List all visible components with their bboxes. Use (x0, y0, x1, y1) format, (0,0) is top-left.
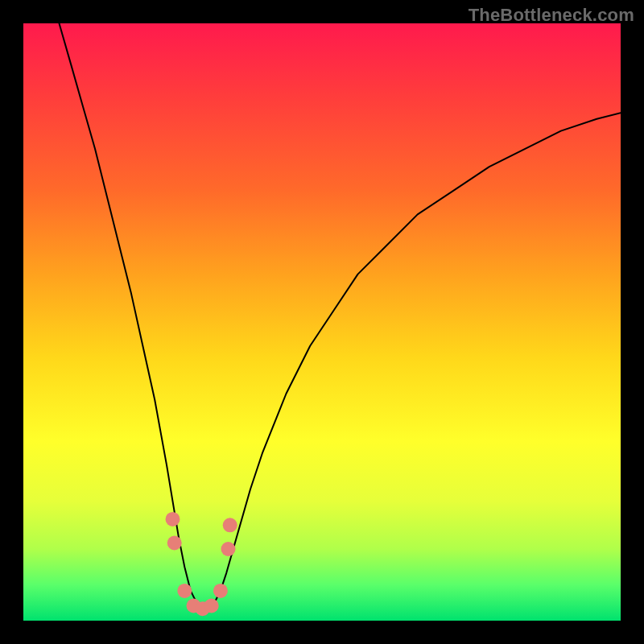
highlight-dot (221, 542, 236, 556)
highlight-dot (213, 584, 228, 598)
watermark-text: TheBottleneck.com (469, 5, 634, 26)
highlight-dots (166, 512, 237, 616)
highlight-dot (204, 599, 219, 613)
bottleneck-curve (60, 23, 621, 609)
chart-frame: TheBottleneck.com (0, 0, 644, 644)
highlight-dot (167, 536, 182, 551)
highlight-dot (166, 512, 180, 526)
plot-area (23, 23, 621, 621)
highlight-dot (223, 518, 237, 532)
highlight-dot (177, 584, 192, 598)
chart-svg (23, 23, 621, 621)
